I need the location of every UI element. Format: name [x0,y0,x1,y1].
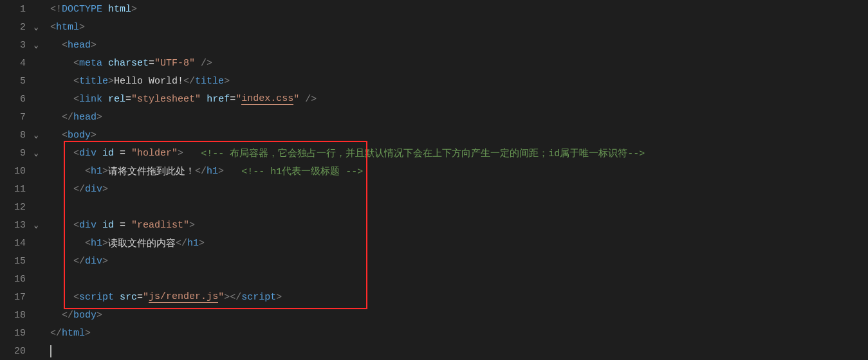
code-line[interactable]: <div id = "readlist"> [50,216,868,234]
gutter-row: 20 [0,342,42,360]
line-number: 13 [6,220,26,231]
gutter: 1 2⌄ 3⌄ 4 5 6 7 8⌄ 9⌄ 10 11 12 13⌄ 14 15… [0,0,42,360]
code-line[interactable]: <body> [50,126,868,144]
chevron-down-icon[interactable]: ⌄ [30,221,42,230]
code-editor[interactable]: 1 2⌄ 3⌄ 4 5 6 7 8⌄ 9⌄ 10 11 12 13⌄ 14 15… [0,0,868,360]
text-cursor [50,345,51,357]
gutter-row: 14 [0,234,42,252]
line-number: 15 [6,256,26,267]
line-number: 6 [6,94,26,105]
line-number: 3 [6,40,26,51]
line-number: 8 [6,130,26,141]
gutter-row: 9⌄ [0,144,42,162]
code-line[interactable] [50,270,868,288]
gutter-row: 6 [0,90,42,108]
code-line[interactable]: </div> [50,252,868,270]
code-line[interactable]: </html> [50,324,868,342]
code-line[interactable]: <head> [50,36,868,54]
gutter-row: 5 [0,72,42,90]
line-number: 1 [6,4,26,15]
gutter-row: 16 [0,270,42,288]
chevron-down-icon[interactable]: ⌄ [30,40,42,50]
gutter-row: 2⌄ [0,18,42,36]
code-line[interactable]: </div> [50,180,868,198]
line-number: 10 [6,166,26,177]
code-line[interactable]: <meta charset="UTF-8" /> [50,54,868,72]
line-number: 11 [6,184,26,195]
code-line[interactable] [50,198,868,216]
code-line[interactable]: <script src="js/render.js"></script> [50,288,868,306]
line-number: 16 [6,274,26,285]
gutter-row: 8⌄ [0,126,42,144]
code-line[interactable]: <html> [50,18,868,36]
line-number: 9 [6,148,26,159]
line-number: 4 [6,58,26,69]
gutter-row: 4 [0,54,42,72]
code-line[interactable]: <h1>请将文件拖到此处！</h1> <!-- h1代表一级标题 --> [50,162,868,180]
line-number: 20 [6,346,26,357]
line-number: 17 [6,292,26,303]
code-line[interactable] [50,342,868,360]
gutter-row: 7 [0,108,42,126]
gutter-row: 15 [0,252,42,270]
code-line[interactable]: </body> [50,306,868,324]
gutter-row: 13⌄ [0,216,42,234]
gutter-row: 17 [0,288,42,306]
gutter-row: 3⌄ [0,36,42,54]
line-number: 14 [6,238,26,249]
code-line[interactable]: <!DOCTYPE html> [50,0,868,18]
gutter-row: 19 [0,324,42,342]
chevron-down-icon[interactable]: ⌄ [30,22,42,32]
code-line[interactable]: <link rel="stylesheet" href="index.css" … [50,90,868,108]
gutter-row: 1 [0,0,42,18]
line-number: 2 [6,22,26,33]
code-line[interactable]: <title>Hello World!</title> [50,72,868,90]
chevron-down-icon[interactable]: ⌄ [30,148,42,158]
gutter-row: 18 [0,306,42,324]
gutter-row: 12 [0,198,42,216]
line-number: 5 [6,76,26,87]
code-line[interactable]: <div id = "holder"> <!-- 布局容器，它会独占一行，并且默… [50,144,868,162]
code-area[interactable]: <!DOCTYPE html> <html> <head> <meta char… [42,0,868,360]
chevron-down-icon[interactable]: ⌄ [30,130,42,140]
line-number: 19 [6,328,26,339]
code-line[interactable]: </head> [50,108,868,126]
gutter-row: 11 [0,180,42,198]
line-number: 7 [6,112,26,123]
gutter-row: 10 [0,162,42,180]
line-number: 18 [6,310,26,321]
code-line[interactable]: <h1>读取文件的内容</h1> [50,234,868,252]
line-number: 12 [6,202,26,213]
